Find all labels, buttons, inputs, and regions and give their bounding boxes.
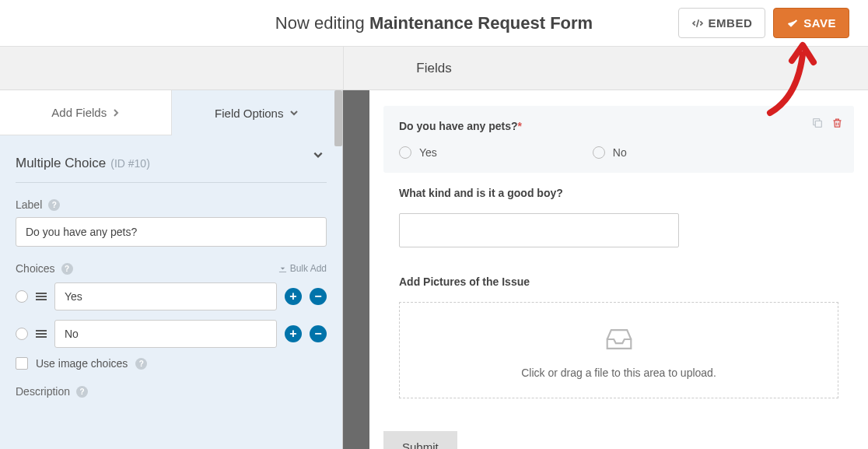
download-icon	[278, 265, 287, 273]
help-icon[interactable]: ?	[61, 263, 73, 275]
drag-handle-icon[interactable]	[36, 330, 47, 338]
form-name: Maintenance Request Form	[369, 13, 593, 33]
form-field-upload[interactable]: Add Pictures of the Issue Click or drag …	[383, 261, 854, 412]
add-choice-button[interactable]: +	[285, 288, 302, 305]
svg-line-0	[696, 19, 698, 26]
code-icon	[691, 17, 704, 30]
question-label: Add Pictures of the Issue	[399, 275, 838, 288]
form-field-pets[interactable]: Do you have any pets?* Yes No	[383, 106, 854, 173]
submit-button[interactable]: Submit	[383, 431, 457, 449]
secondary-bar: Fields	[0, 47, 868, 90]
embed-button[interactable]: EMBED	[678, 8, 766, 38]
duplicate-icon[interactable]	[811, 117, 824, 129]
chevron-down-icon	[313, 151, 324, 159]
radio-option-yes[interactable]: Yes	[399, 146, 437, 159]
label-caption: Label ?	[16, 198, 327, 211]
fields-tab-label: Fields	[416, 61, 451, 76]
choice-input[interactable]	[54, 320, 277, 348]
choice-input[interactable]	[54, 282, 277, 310]
svg-rect-1	[815, 121, 821, 127]
top-bar: Now editing Maintenance Request Form EMB…	[0, 0, 868, 47]
choices-caption: Choices ?	[16, 262, 73, 275]
form-field-pet-kind[interactable]: What kind and is it a good boy?	[383, 173, 854, 261]
tab-field-options-label: Field Options	[215, 107, 283, 120]
image-choices-label: Use image choices	[36, 357, 128, 370]
radio-label: No	[613, 146, 627, 159]
drag-handle-icon[interactable]	[36, 293, 47, 300]
field-type-title: Multiple Choice	[16, 156, 106, 171]
tab-field-options[interactable]: Field Options	[172, 90, 343, 135]
choice-default-radio[interactable]	[16, 328, 28, 340]
choice-row: + −	[16, 282, 327, 310]
radio-icon	[399, 146, 411, 159]
save-button[interactable]: SAVE	[773, 8, 849, 38]
divider	[343, 47, 344, 89]
help-icon[interactable]: ?	[76, 386, 88, 398]
editing-title: Now editing Maintenance Request Form	[275, 13, 593, 33]
description-caption: Description ?	[16, 385, 327, 398]
question-label: Do you have any pets?*	[399, 120, 838, 132]
choice-row: + −	[16, 320, 327, 348]
save-label: SAVE	[803, 16, 836, 30]
tab-add-fields-label: Add Fields	[51, 106, 107, 119]
chevron-right-icon	[113, 108, 119, 118]
radio-option-no[interactable]: No	[593, 146, 627, 159]
check-icon	[786, 17, 799, 30]
field-id: (ID #10)	[110, 157, 150, 170]
upload-message: Click or drag a file to this area to upl…	[415, 367, 822, 379]
inbox-icon	[603, 326, 635, 353]
text-input[interactable]	[399, 213, 679, 247]
embed-label: EMBED	[709, 16, 753, 30]
preview-gutter	[343, 90, 369, 449]
add-choice-button[interactable]: +	[285, 325, 302, 342]
radio-label: Yes	[419, 146, 437, 159]
tab-add-fields[interactable]: Add Fields	[0, 90, 172, 135]
remove-choice-button[interactable]: −	[310, 325, 327, 342]
form-canvas: Do you have any pets?* Yes No What kind …	[369, 90, 868, 449]
required-asterisk: *	[517, 120, 521, 132]
label-input[interactable]	[16, 217, 327, 247]
upload-dropzone[interactable]: Click or drag a file to this area to upl…	[399, 302, 838, 398]
help-icon[interactable]: ?	[48, 199, 60, 211]
image-choices-option[interactable]: Use image choices ?	[16, 357, 327, 370]
editing-prefix: Now editing	[275, 13, 369, 33]
remove-choice-button[interactable]: −	[310, 288, 327, 305]
question-label: What kind and is it a good boy?	[399, 187, 838, 199]
sidebar: Add Fields Field Options Multiple Choice…	[0, 90, 343, 449]
sidebar-scrollbar[interactable]	[334, 90, 342, 146]
chevron-down-icon	[289, 110, 299, 116]
field-options-header[interactable]: Multiple Choice (ID #10)	[16, 149, 327, 183]
help-icon[interactable]: ?	[135, 358, 147, 370]
radio-icon	[593, 146, 605, 159]
choice-default-radio[interactable]	[16, 290, 28, 303]
trash-icon[interactable]	[831, 117, 843, 129]
bulk-add-link[interactable]: Bulk Add	[278, 263, 327, 274]
checkbox[interactable]	[16, 357, 28, 370]
